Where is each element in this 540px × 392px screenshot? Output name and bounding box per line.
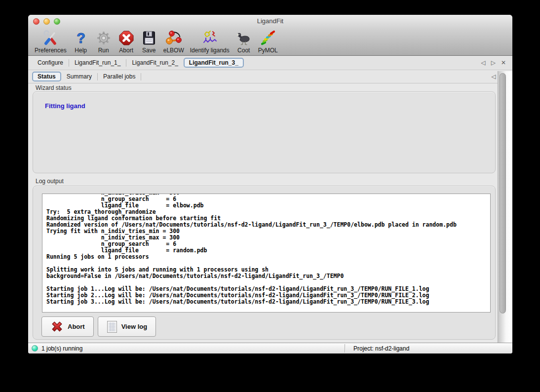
abort-toolbar-button[interactable]: Abort (115, 30, 138, 54)
window-title: LigandFit (28, 15, 512, 28)
pymol-button[interactable]: PyMOL (255, 30, 281, 54)
abort-button[interactable]: Abort (41, 316, 94, 337)
log-document-icon (107, 320, 117, 333)
toolbar-label: Run (98, 47, 109, 54)
subtab-summary[interactable]: Summary (61, 72, 97, 81)
view-log-button-label: View log (121, 323, 148, 330)
abort-icon (118, 30, 135, 46)
tab-scroll-right-icon[interactable]: ▷ (491, 59, 496, 66)
subtab-status[interactable]: Status (32, 72, 61, 81)
status-page: Wizard status Fitting ligand Log output … (28, 83, 512, 343)
title-bar: LigandFit (28, 15, 512, 28)
scrollbar-thumb[interactable] (500, 73, 506, 314)
view-log-button[interactable]: View log (98, 316, 156, 337)
elbow-button[interactable]: eLBOW (160, 30, 187, 54)
tab-scroll-left-icon[interactable]: ◁ (481, 59, 485, 66)
ligandfit-window: LigandFit Preferences (28, 15, 512, 353)
wizard-status-text: Fitting ligand (45, 102, 85, 110)
run-icon (95, 30, 112, 46)
zoom-window-button[interactable] (54, 18, 60, 25)
toolbar-label: Coot (237, 47, 250, 54)
log-output-label: Log output (36, 178, 64, 185)
minimize-window-button[interactable] (43, 18, 50, 25)
jobs-running-text: 1 job(s) running (41, 345, 82, 352)
preferences-icon (42, 30, 59, 46)
log-output-panel: n_indiv_tries_max = 300 n_group_search =… (33, 186, 496, 340)
help-button[interactable]: ? Help (70, 30, 92, 54)
coot-icon (235, 30, 252, 46)
toolbar-label: eLBOW (163, 47, 184, 54)
abort-x-icon (50, 320, 64, 333)
tab-separator (141, 73, 141, 80)
identify-ligands-icon (201, 30, 218, 46)
running-indicator-icon (32, 345, 38, 352)
tab-ligandfit-run-2[interactable]: LigandFit_run_2_ (126, 58, 183, 68)
abort-button-label: Abort (68, 323, 85, 330)
save-icon (141, 30, 157, 46)
run-button[interactable]: Run (92, 30, 115, 54)
status-bar-divider (345, 344, 345, 353)
close-window-button[interactable] (33, 18, 39, 25)
tab-ligandfit-run-1[interactable]: LigandFit_run_1_ (69, 58, 126, 68)
tab-configure[interactable]: Configure (32, 58, 69, 68)
wizard-status-label: Wizard status (36, 84, 72, 91)
vertical-scrollbar[interactable] (498, 71, 512, 343)
tab-ligandfit-run-3[interactable]: LigandFit_run_3_ (184, 58, 244, 68)
log-text: n_indiv_tries_max = 300 n_group_search =… (46, 194, 486, 305)
subtab-parallel-jobs[interactable]: Parallel jobs (98, 72, 141, 81)
toolbar-label: PyMOL (258, 47, 278, 54)
status-bar: 1 job(s) running Project: nsf-d2-ligand (28, 343, 512, 353)
view-tab-bar: Status Summary Parallel jobs ◁ ▷ (28, 70, 512, 83)
pymol-icon (260, 30, 276, 46)
save-button[interactable]: Save (138, 30, 160, 54)
toolbar-label: Preferences (35, 47, 67, 54)
help-icon: ? (73, 30, 89, 46)
tab-nav: ◁ ▷ ✕ (481, 59, 512, 66)
project-name-text: Project: nsf-d2-ligand (353, 345, 409, 352)
toolbar-label: Identify ligands (190, 47, 230, 54)
tab-close-icon[interactable]: ✕ (501, 59, 506, 66)
toolbar-label: Abort (119, 47, 133, 54)
log-text-area[interactable]: n_indiv_tries_max = 300 n_group_search =… (42, 194, 491, 313)
toolbar: Preferences ? Help (28, 28, 512, 56)
run-tab-bar: Configure LigandFit_run_1_ LigandFit_run… (28, 56, 512, 70)
log-buttons: Abort (41, 316, 156, 337)
identify-ligands-button[interactable]: Identify ligands (187, 30, 232, 54)
coot-button[interactable]: Coot (232, 30, 255, 54)
elbow-icon (165, 30, 182, 46)
toolbar-label: Save (142, 47, 155, 54)
preferences-button[interactable]: Preferences (32, 30, 70, 54)
wizard-status-panel: Fitting ligand (33, 91, 496, 173)
svg-text:?: ? (77, 30, 85, 46)
subtab-scroll-left-icon[interactable]: ◁ (492, 73, 496, 80)
toolbar-label: Help (75, 47, 87, 54)
